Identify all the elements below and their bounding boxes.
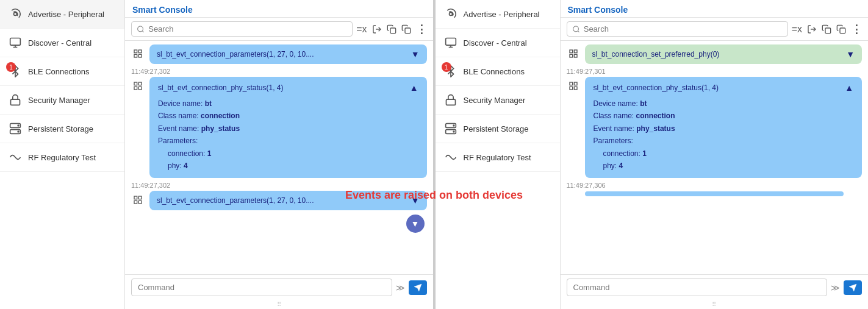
event-title-right: sl_bt_evt_connection_phy_status(1, 4): [594, 83, 719, 92]
more-icon-right[interactable]: ⋮: [851, 23, 862, 36]
rf-icon: [9, 151, 22, 164]
ble-badge-right: 1: [442, 62, 451, 72]
svg-rect-17: [134, 87, 137, 90]
export-icon-right[interactable]: [807, 24, 817, 34]
right-search-box[interactable]: [567, 21, 788, 37]
left-command-input[interactable]: [131, 279, 392, 296]
collapsed-message-2[interactable]: sl_bt_evt_connection_parameters(1, 27, 0…: [149, 191, 427, 210]
right-device-panel: Advertise - Peripheral Discover - Centra…: [436, 0, 869, 309]
collapse-icon-right: ▲: [845, 83, 853, 93]
sidebar-item-rf-right[interactable]: RF Regulatory Test: [436, 143, 560, 172]
device-name-value-right: bt: [640, 99, 647, 108]
left-send-button[interactable]: [409, 280, 427, 295]
copy1-icon-right[interactable]: [822, 24, 831, 34]
sidebar-label: Security Manager: [28, 96, 90, 105]
wifi-icon: [9, 7, 22, 21]
sidebar-item-rf-left[interactable]: RF Regulatory Test: [0, 143, 124, 172]
svg-rect-9: [390, 28, 396, 34]
svg-rect-16: [138, 82, 142, 85]
sidebar-label: BLE Connections: [464, 67, 525, 76]
right-search-input[interactable]: [584, 24, 783, 34]
right-command-area: ≫: [561, 274, 869, 300]
grid-icon: [131, 193, 145, 207]
left-search-input[interactable]: [148, 24, 347, 34]
collapse-icon: ▲: [410, 83, 418, 93]
svg-rect-13: [134, 54, 137, 57]
event-name-value-right: phy_status: [636, 124, 675, 133]
expand-icon: ▼: [411, 196, 420, 205]
right-resize-handle[interactable]: ⠿: [561, 300, 869, 309]
svg-rect-2: [11, 99, 20, 105]
sidebar-item-ble-left[interactable]: 1 BLE Connections: [0, 57, 124, 86]
export-icon-left[interactable]: [372, 24, 382, 34]
filter-icon-right[interactable]: =x: [792, 24, 802, 35]
svg-point-0: [14, 13, 17, 16]
command-expand-icon-left[interactable]: ≫: [396, 283, 405, 293]
svg-rect-1: [10, 38, 21, 46]
right-console-toolbar: =x: [561, 18, 869, 41]
scroll-to-bottom-button-left[interactable]: ▼: [406, 215, 425, 233]
sidebar-item-storage-right[interactable]: Persistent Storage: [436, 115, 560, 143]
detail-param-phy: phy: 4: [168, 160, 418, 172]
filter-icon-left[interactable]: =x: [356, 24, 367, 35]
sidebar-item-advertise-left[interactable]: Advertise - Peripheral: [0, 0, 124, 29]
svg-rect-14: [138, 54, 142, 57]
right-console-panel: Smart Console =x: [561, 0, 869, 309]
right-send-button[interactable]: [844, 280, 862, 295]
sidebar-item-security-left[interactable]: Security Manager: [0, 86, 124, 115]
timestamp-1-left: 11:49:27,302: [131, 68, 427, 75]
sidebar-label: Advertise - Peripheral: [28, 10, 104, 19]
copy2-icon-left[interactable]: [401, 24, 411, 34]
left-console-messages: sl_bt_evt_connection_parameters(1, 27, 0…: [125, 41, 433, 274]
collapsed-message-green[interactable]: sl_bt_connection_set_preferred_phy(0) ▼: [585, 44, 863, 64]
param-connection-val-right: 1: [642, 149, 647, 158]
sidebar-item-security-right[interactable]: Security Manager: [436, 86, 560, 115]
expanded-message-left[interactable]: sl_bt_evt_connection_phy_status(1, 4) ▲ …: [149, 77, 427, 178]
sidebar-label: Discover - Central: [28, 38, 91, 48]
wifi-icon-right: [444, 7, 457, 21]
svg-rect-39: [574, 82, 577, 85]
ble-icon-wrap-right: 1: [444, 65, 457, 78]
svg-point-7: [138, 26, 143, 32]
right-console-title: Smart Console: [561, 0, 869, 18]
right-console-messages: sl_bt_connection_set_preferred_phy(0) ▼ …: [561, 41, 869, 274]
sidebar-item-storage-left[interactable]: Persistent Storage: [0, 115, 124, 143]
device-name-value: bt: [205, 99, 212, 108]
expand-icon: ▼: [846, 49, 855, 59]
sidebar-item-discover-left[interactable]: Discover - Central: [0, 29, 124, 57]
left-search-box[interactable]: [131, 21, 353, 37]
detail-device: Device name: bt: [158, 98, 418, 110]
copy1-icon-left[interactable]: [387, 24, 396, 34]
svg-rect-33: [840, 28, 845, 34]
detail-device-right: Device name: bt: [594, 98, 854, 110]
svg-rect-22: [138, 201, 142, 204]
svg-rect-10: [405, 28, 411, 34]
svg-point-29: [453, 131, 454, 132]
right-toolbar-icons: =x: [792, 23, 862, 36]
left-device-panel: Advertise - Peripheral Discover - Centra…: [0, 0, 433, 309]
discover-icon: [9, 36, 22, 49]
rf-icon-right: [444, 151, 457, 164]
expanded-message-right[interactable]: sl_bt_evt_connection_phy_status(1, 4) ▲ …: [585, 77, 863, 178]
sidebar-item-advertise-right[interactable]: Advertise - Peripheral: [436, 0, 560, 29]
command-expand-icon-right[interactable]: ≫: [831, 283, 840, 293]
grid-icon-right: [567, 79, 580, 93]
sidebar-item-discover-right[interactable]: Discover - Central: [436, 29, 560, 57]
svg-point-28: [453, 125, 454, 126]
partial-message-bar: [585, 191, 844, 196]
svg-rect-20: [138, 196, 142, 199]
copy2-icon-right[interactable]: [836, 24, 846, 34]
more-icon-left[interactable]: ⋮: [416, 23, 427, 36]
svg-point-5: [18, 125, 19, 126]
left-resize-handle[interactable]: ⠿: [125, 300, 433, 309]
table-row: sl_bt_evt_connection_phy_status(1, 4) ▲ …: [131, 77, 427, 178]
message-text: sl_bt_evt_connection_parameters(1, 27, 0…: [157, 196, 314, 205]
sidebar-label: Security Manager: [464, 96, 526, 105]
timestamp-2-right: 11:49:27,306: [567, 182, 863, 189]
timestamp-1-right: 11:49:27,301: [567, 68, 863, 75]
svg-rect-18: [138, 87, 142, 90]
right-command-input[interactable]: [567, 279, 828, 296]
lock-icon-right: [444, 93, 457, 107]
collapsed-message[interactable]: sl_bt_evt_connection_parameters(1, 27, 0…: [149, 44, 427, 64]
sidebar-item-ble-right[interactable]: 1 BLE Connections: [436, 57, 560, 86]
